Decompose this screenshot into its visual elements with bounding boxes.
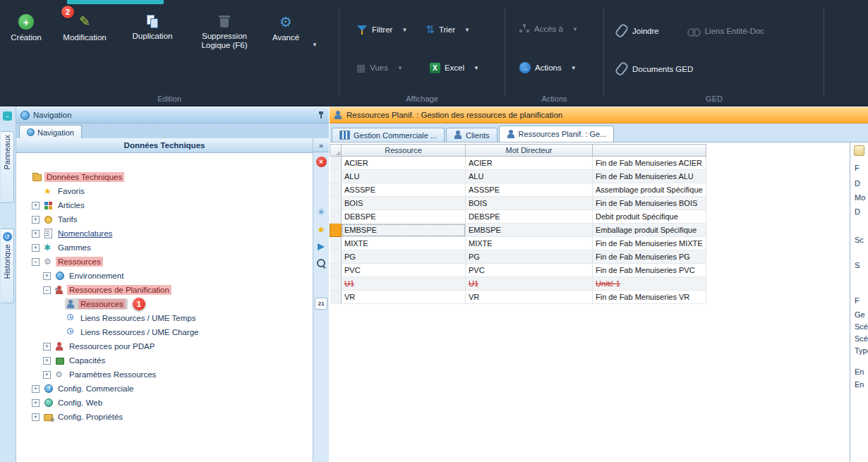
favorite-star-icon[interactable]: ★	[317, 224, 325, 235]
col-header-mot-directeur[interactable]: Mot Directeur	[466, 145, 593, 157]
tab-gestion-commerciale[interactable]: Gestion Commerciale ...	[332, 128, 445, 142]
duplicate-label: Duplication	[133, 32, 173, 41]
tree-item-nomenclatures[interactable]: +Nomenclatures	[16, 226, 313, 241]
tree-item-favoris[interactable]: Favoris	[16, 184, 313, 198]
expand-icon[interactable]: +	[32, 385, 40, 393]
expand-icon[interactable]: +	[32, 399, 40, 407]
document-title-bar: Ressources Planif. : Gestion des ressour…	[330, 107, 868, 123]
group-label-ged: GED	[604, 95, 824, 103]
search-icon[interactable]	[316, 258, 326, 268]
sort-button[interactable]: ⇅ Trier ▼	[421, 21, 474, 38]
entity-doc-links-button[interactable]: Liens Entité-Doc	[683, 24, 768, 38]
tab-ressources-planif[interactable]: Ressources Planif. : Ge...	[499, 126, 615, 142]
advanced-button[interactable]: ⚙ Avancé	[264, 10, 308, 47]
table-row-pg[interactable]: PGPGFin de Fab Menuiseries PG	[330, 250, 706, 264]
cell-designation: Fin de Fab Menuiseries VR	[593, 291, 706, 304]
collapse-nav-button[interactable]: »	[313, 138, 329, 152]
row-selector-cell[interactable]	[330, 224, 342, 237]
row-selector-cell[interactable]	[330, 183, 342, 197]
views-button[interactable]: ▦ Vues ▼	[352, 59, 407, 76]
table-row-u1[interactable]: U1U1Unité 1	[330, 277, 706, 291]
advanced-dropdown-icon[interactable]: ▼	[308, 41, 322, 49]
close-icon[interactable]: ×	[316, 157, 327, 167]
expand-icon[interactable]: +	[32, 202, 40, 209]
access-button[interactable]: Accès à ▼	[515, 21, 582, 37]
tree-item-ressources-de-planification[interactable]: −Ressources de Planification	[16, 283, 313, 297]
table-row-mixte[interactable]: MIXTEMIXTEFin de Fab Menuiseries MIXTE	[330, 237, 706, 250]
table-row-bois[interactable]: BOISBOISFin de Fab Menuiseries BOIS	[330, 197, 706, 210]
tree-item-liens-ressources-ume-charge[interactable]: Liens Ressources / UME Charge	[16, 325, 313, 339]
tree-item-config-web[interactable]: +Config. Web	[16, 396, 313, 410]
row-selector-cell[interactable]	[330, 210, 342, 224]
actions-button[interactable]: → Actions ▼	[515, 59, 581, 76]
tree-item-capacites[interactable]: +Capacités	[16, 353, 313, 367]
actions-icon: →	[519, 62, 531, 73]
expand-icon[interactable]: +	[32, 216, 40, 224]
excel-label: Excel	[445, 63, 464, 72]
row-selector-cell[interactable]	[330, 157, 342, 170]
row-selector-cell[interactable]	[330, 264, 342, 277]
tree-item-config-commerciale[interactable]: +Config. Commerciale	[16, 382, 313, 396]
col-header-designation[interactable]	[593, 145, 706, 157]
row-selector-cell[interactable]	[330, 250, 342, 264]
pdap-icon	[54, 341, 65, 351]
tree-item-donnees-techniques[interactable]: Données Techniques	[16, 170, 313, 184]
tree-item-gammes[interactable]: +Gammes	[16, 241, 313, 255]
tree-item-tarifs[interactable]: +Tarifs	[16, 212, 313, 226]
expand-icon[interactable]: +	[32, 413, 40, 421]
tab-clients[interactable]: Clients	[446, 128, 498, 142]
row-selector-cell[interactable]	[330, 277, 342, 291]
table-row-vr[interactable]: VRVRFin de Fab Menuiseries VR	[330, 291, 706, 304]
tab-navigation[interactable]: Navigation	[19, 125, 82, 139]
filter-button[interactable]: Filtrer ▼	[352, 21, 411, 38]
table-row-embspe[interactable]: EMBSPEEMBSPEEmballage produit Spécifique	[330, 224, 706, 237]
create-button[interactable]: + Création	[3, 10, 49, 47]
expand-icon[interactable]: +	[43, 357, 51, 365]
attach-button[interactable]: Joindre	[611, 21, 663, 40]
table-row-debspe[interactable]: DEBSPEDEBSPEDebit produit Spécifique	[330, 210, 706, 224]
cell-ressource: VR	[342, 291, 466, 304]
excel-button[interactable]: X Excel ▼	[426, 60, 483, 76]
form-label-fragment: Mo	[855, 193, 865, 202]
expand-icon[interactable]: +	[32, 244, 40, 252]
table-row-pvc[interactable]: PVCPVCFin de Fab Menuiseries PVC	[330, 264, 706, 277]
tree-item-ressources[interactable]: −Ressources	[16, 255, 313, 269]
navigation-tab-label: Navigation	[37, 128, 74, 137]
group-label-actions: Actions	[505, 95, 603, 103]
modify-button[interactable]: ✎ Modification	[49, 10, 120, 47]
table-row-alu[interactable]: ALUALUFin de Fab Menuiseries ALU	[330, 170, 706, 183]
select-all-corner[interactable]	[330, 145, 342, 157]
ribbon-group-edition: + Création ✎ Modification Duplication Su…	[0, 0, 339, 106]
tree-item-parametres-ressources[interactable]: +Paramètres Ressources	[16, 367, 313, 382]
expand-icon[interactable]: +	[43, 371, 51, 379]
tree-item-ressources[interactable]: Ressources1	[16, 297, 313, 311]
snowflake-icon[interactable]: ✳	[318, 207, 325, 217]
expand-icon[interactable]: +	[32, 230, 40, 238]
send-icon[interactable]	[318, 243, 325, 250]
row-selector-cell[interactable]	[330, 170, 342, 183]
tree-item-ressources-pour-pdap[interactable]: +Ressources pour PDAP	[16, 339, 313, 353]
tree-item-config-proprietes[interactable]: +Config. Propriétés	[16, 410, 313, 424]
pin-icon[interactable]	[318, 111, 325, 119]
row-selector-cell[interactable]	[330, 237, 342, 250]
ged-documents-button[interactable]: Documents GED	[611, 59, 697, 78]
duplicate-button[interactable]: Duplication	[120, 10, 185, 45]
sort-21-icon[interactable]: 21	[315, 298, 327, 310]
col-header-ressource[interactable]: Ressource	[342, 145, 466, 157]
collapse-icon[interactable]: −	[43, 286, 51, 294]
side-tab-panneaux[interactable]: Panneaux	[1, 131, 14, 203]
row-selector-cell[interactable]	[330, 197, 342, 210]
collapse-icon[interactable]: −	[32, 258, 40, 266]
table-row-assspe[interactable]: ASSSPEASSSPEAssemblage produit Spécifiqu…	[330, 183, 706, 197]
table-row-acier[interactable]: ACIERACIERFin de Fab Menuiseries ACIER	[330, 157, 706, 170]
delete-button[interactable]: Suppression Logique (F6)	[185, 10, 264, 54]
tree-item-environnement[interactable]: +Environnement	[16, 269, 313, 283]
tree-item-articles[interactable]: +Articles	[16, 198, 313, 212]
row-selector-cell[interactable]	[330, 291, 342, 304]
dropdown-icon: ▼	[402, 27, 407, 33]
side-tab-historique[interactable]: ↺ Historique	[1, 229, 14, 303]
tree-item-liens-ressources-ume-temps[interactable]: Liens Ressources / UME Temps	[16, 311, 313, 325]
expand-icon[interactable]: +	[43, 343, 51, 351]
expand-icon[interactable]: +	[43, 272, 51, 280]
panels-dock-icon[interactable]: −	[3, 111, 12, 121]
